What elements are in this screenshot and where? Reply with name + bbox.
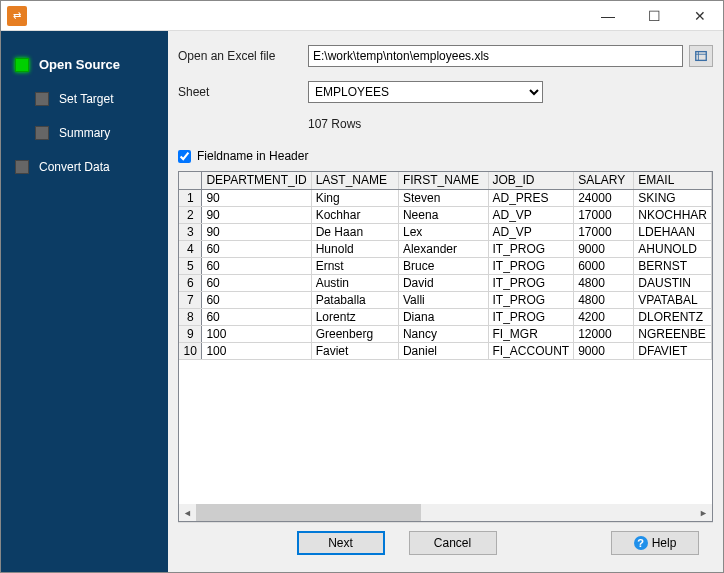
table-cell[interactable]: IT_PROG xyxy=(488,274,574,291)
table-cell[interactable]: 60 xyxy=(202,240,311,257)
table-cell[interactable]: 9000 xyxy=(574,342,634,359)
column-header[interactable]: DEPARTMENT_ID xyxy=(202,172,311,189)
table-cell[interactable]: Pataballa xyxy=(311,291,398,308)
sidebar-item-set-target[interactable]: Set Target xyxy=(21,86,168,112)
column-header[interactable]: EMAIL xyxy=(634,172,712,189)
table-cell[interactable]: Nancy xyxy=(398,325,488,342)
table-cell[interactable]: 100 xyxy=(202,325,311,342)
table-row[interactable]: 290KochharNeenaAD_VP17000NKOCHHAR xyxy=(179,206,712,223)
table-cell[interactable]: Diana xyxy=(398,308,488,325)
table-cell[interactable]: IT_PROG xyxy=(488,308,574,325)
table-cell[interactable]: Neena xyxy=(398,206,488,223)
table-cell[interactable]: 90 xyxy=(202,206,311,223)
table-row[interactable]: 660AustinDavidIT_PROG4800DAUSTIN xyxy=(179,274,712,291)
table-cell[interactable]: King xyxy=(311,189,398,206)
column-header[interactable]: FIRST_NAME xyxy=(398,172,488,189)
table-cell[interactable]: Ernst xyxy=(311,257,398,274)
scroll-left-icon[interactable]: ◄ xyxy=(179,504,196,521)
close-button[interactable]: ✕ xyxy=(677,1,723,31)
fieldname-checkbox[interactable] xyxy=(178,150,191,163)
table-row[interactable]: 860LorentzDianaIT_PROG4200DLORENTZ xyxy=(179,308,712,325)
table-cell[interactable]: DLORENTZ xyxy=(634,308,712,325)
help-button[interactable]: ? Help xyxy=(611,531,699,555)
table-cell[interactable]: IT_PROG xyxy=(488,291,574,308)
next-button[interactable]: Next xyxy=(297,531,385,555)
file-path-input[interactable] xyxy=(308,45,683,67)
table-cell[interactable]: NGREENBE xyxy=(634,325,712,342)
table-cell[interactable]: Faviet xyxy=(311,342,398,359)
table-cell[interactable]: David xyxy=(398,274,488,291)
maximize-button[interactable]: ☐ xyxy=(631,1,677,31)
table-cell[interactable]: AHUNOLD xyxy=(634,240,712,257)
table-cell[interactable]: Valli xyxy=(398,291,488,308)
table-cell[interactable]: 60 xyxy=(202,274,311,291)
table-cell[interactable]: VPATABAL xyxy=(634,291,712,308)
column-header[interactable]: SALARY xyxy=(574,172,634,189)
table-cell[interactable]: BERNST xyxy=(634,257,712,274)
column-header[interactable]: JOB_ID xyxy=(488,172,574,189)
table-row[interactable]: 460HunoldAlexanderIT_PROG9000AHUNOLD xyxy=(179,240,712,257)
table-cell[interactable]: Lex xyxy=(398,223,488,240)
table-cell[interactable]: Bruce xyxy=(398,257,488,274)
sidebar-item-summary[interactable]: Summary xyxy=(21,120,168,146)
table-cell[interactable]: AD_VP xyxy=(488,206,574,223)
row-number-cell: 5 xyxy=(179,257,202,274)
table-cell[interactable]: Steven xyxy=(398,189,488,206)
sidebar-item-convert-data[interactable]: Convert Data xyxy=(1,154,168,180)
table-cell[interactable]: Austin xyxy=(311,274,398,291)
table-cell[interactable]: 60 xyxy=(202,308,311,325)
table-cell[interactable]: AD_PRES xyxy=(488,189,574,206)
table-row[interactable]: 10100FavietDanielFI_ACCOUNT9000DFAVIET xyxy=(179,342,712,359)
table-cell[interactable]: NKOCHHAR xyxy=(634,206,712,223)
horizontal-scrollbar[interactable]: ◄ ► xyxy=(179,504,712,521)
table-cell[interactable]: 24000 xyxy=(574,189,634,206)
sheet-select[interactable]: EMPLOYEES xyxy=(308,81,543,103)
step-indicator-icon xyxy=(15,160,29,174)
table-cell[interactable]: 4800 xyxy=(574,274,634,291)
table-cell[interactable]: LDEHAAN xyxy=(634,223,712,240)
table-cell[interactable]: FI_ACCOUNT xyxy=(488,342,574,359)
table-cell[interactable]: 17000 xyxy=(574,206,634,223)
row-number-cell: 8 xyxy=(179,308,202,325)
table-cell[interactable]: De Haan xyxy=(311,223,398,240)
scrollbar-thumb[interactable] xyxy=(196,504,421,521)
table-cell[interactable]: AD_VP xyxy=(488,223,574,240)
table-cell[interactable]: 4800 xyxy=(574,291,634,308)
table-cell[interactable]: 6000 xyxy=(574,257,634,274)
table-cell[interactable]: Kochhar xyxy=(311,206,398,223)
table-cell[interactable]: Greenberg xyxy=(311,325,398,342)
sheet-label: Sheet xyxy=(178,85,308,99)
table-cell[interactable]: 9000 xyxy=(574,240,634,257)
titlebar: ⇄ — ☐ ✕ xyxy=(1,1,723,31)
table-cell[interactable]: IT_PROG xyxy=(488,257,574,274)
table-cell[interactable]: 90 xyxy=(202,189,311,206)
table-row[interactable]: 560ErnstBruceIT_PROG6000BERNST xyxy=(179,257,712,274)
table-row[interactable]: 190KingStevenAD_PRES24000SKING xyxy=(179,189,712,206)
table-cell[interactable]: 90 xyxy=(202,223,311,240)
minimize-button[interactable]: — xyxy=(585,1,631,31)
table-cell[interactable]: 12000 xyxy=(574,325,634,342)
scroll-right-icon[interactable]: ► xyxy=(695,504,712,521)
table-cell[interactable]: 100 xyxy=(202,342,311,359)
table-cell[interactable]: Alexander xyxy=(398,240,488,257)
table-cell[interactable]: Daniel xyxy=(398,342,488,359)
table-cell[interactable]: 17000 xyxy=(574,223,634,240)
table-cell[interactable]: IT_PROG xyxy=(488,240,574,257)
fieldname-header-option[interactable]: Fieldname in Header xyxy=(178,149,713,163)
table-cell[interactable]: SKING xyxy=(634,189,712,206)
table-cell[interactable]: 60 xyxy=(202,257,311,274)
table-cell[interactable]: 4200 xyxy=(574,308,634,325)
table-row[interactable]: 390De HaanLexAD_VP17000LDEHAAN xyxy=(179,223,712,240)
table-row[interactable]: 760PataballaValliIT_PROG4800VPATABAL xyxy=(179,291,712,308)
cancel-button[interactable]: Cancel xyxy=(409,531,497,555)
table-cell[interactable]: Hunold xyxy=(311,240,398,257)
browse-file-button[interactable] xyxy=(689,45,713,67)
table-cell[interactable]: DFAVIET xyxy=(634,342,712,359)
table-row[interactable]: 9100GreenbergNancyFI_MGR12000NGREENBE xyxy=(179,325,712,342)
column-header[interactable]: LAST_NAME xyxy=(311,172,398,189)
table-cell[interactable]: FI_MGR xyxy=(488,325,574,342)
table-cell[interactable]: 60 xyxy=(202,291,311,308)
table-cell[interactable]: Lorentz xyxy=(311,308,398,325)
table-cell[interactable]: DAUSTIN xyxy=(634,274,712,291)
sidebar-item-open-source[interactable]: Open Source xyxy=(1,51,168,78)
